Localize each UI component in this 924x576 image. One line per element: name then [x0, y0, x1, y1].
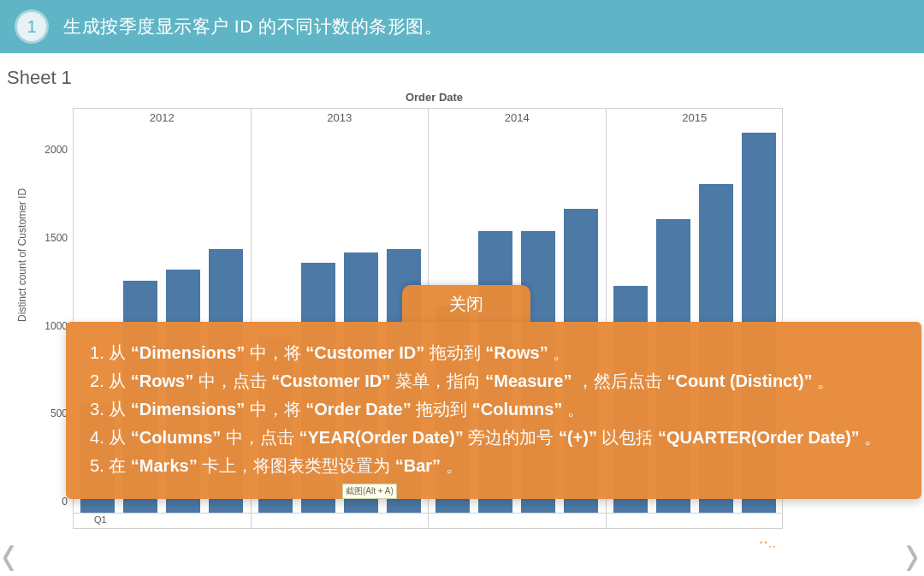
svg-point-2: [760, 541, 761, 543]
year-label: 2014: [429, 111, 606, 124]
watermark-text: deepwind数据分析: [787, 537, 901, 555]
quarter-labels: [252, 513, 429, 528]
instruction-step: 从 “Dimensions” 中，将 “Customer ID” 拖动到 “Ro…: [90, 339, 899, 367]
header-prompt: 生成按季度显示客户 ID 的不同计数的条形图。: [63, 15, 442, 39]
year-label: 2013: [252, 111, 429, 124]
quarter-labels: Q1: [74, 513, 251, 528]
watermark: deepwind数据分析: [755, 533, 901, 559]
instruction-step: 从 “Rows” 中，点击 “Customer ID” 菜单，指向 “Measu…: [90, 367, 899, 395]
screenshot-tooltip: 截图(Alt + A): [342, 484, 397, 499]
header-bar: 1 生成按季度显示客户 ID 的不同计数的条形图。: [0, 0, 924, 53]
prev-arrow-icon[interactable]: ‹: [2, 520, 15, 576]
close-button[interactable]: 关闭: [402, 285, 530, 323]
year-label: 2015: [607, 111, 784, 124]
y-tick: 2000: [44, 144, 68, 156]
y-axis-label: Distinct count of Customer ID: [16, 188, 28, 322]
y-tick: 500: [50, 407, 68, 419]
instruction-step: 从 “Columns” 中，点击 “YEAR(Order Date)” 旁边的加…: [90, 424, 899, 452]
next-arrow-icon[interactable]: ›: [905, 520, 919, 576]
quarter-labels: [607, 513, 784, 528]
svg-point-4: [769, 546, 771, 548]
instruction-step: 从 “Dimensions” 中，将 “Order Date” 拖动到 “Col…: [90, 395, 899, 424]
quarter-labels: [429, 513, 606, 528]
svg-point-3: [764, 541, 766, 543]
step-number-badge: 1: [15, 10, 48, 43]
svg-point-1: [767, 543, 777, 553]
sheet-title: Sheet 1: [7, 67, 924, 89]
instructions-list: 从 “Dimensions” 中，将 “Customer ID” 拖动到 “Ro…: [90, 339, 899, 480]
x-axis-title: Order Date: [73, 91, 796, 104]
resize-handle-icon[interactable]: »: [0, 0, 9, 9]
instructions-popup: 从 “Dimensions” 中，将 “Customer ID” 拖动到 “Ro…: [66, 322, 921, 499]
quarter-label: Q1: [94, 514, 107, 528]
year-label: 2012: [74, 111, 251, 124]
svg-point-5: [773, 546, 774, 548]
wechat-icon: [755, 533, 780, 559]
y-tick: 1500: [44, 232, 68, 244]
y-tick: 1000: [44, 320, 68, 332]
instruction-step: 在 “Marks” 卡上，将图表类型设置为 “Bar” 。: [90, 452, 899, 480]
